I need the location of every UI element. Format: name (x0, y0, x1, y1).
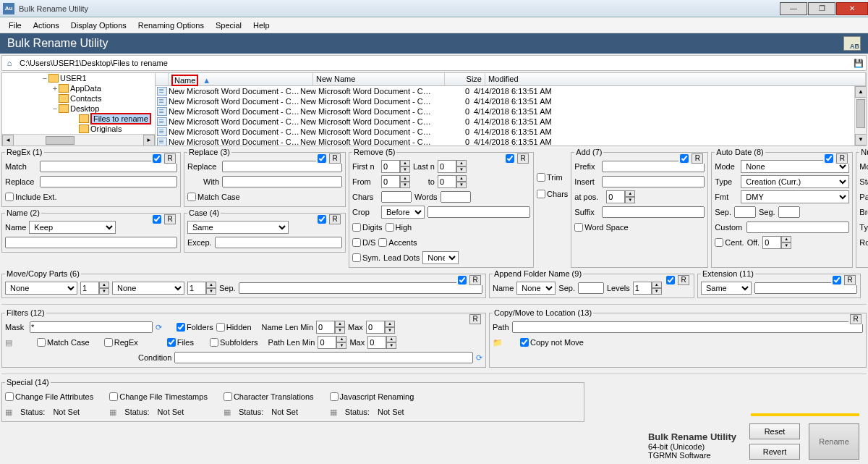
name-reset-button[interactable]: R (164, 214, 176, 224)
tree-label[interactable]: Originals (90, 125, 122, 133)
autodate-reset-button[interactable]: R (836, 153, 848, 164)
ext-reset-button[interactable]: R (844, 275, 856, 285)
col-header-name[interactable]: Name▲ (169, 73, 313, 85)
remove-reset-button[interactable]: R (517, 153, 529, 164)
spin-down[interactable]: ▼ (625, 197, 635, 203)
filters-matchcase-checkbox[interactable] (37, 338, 46, 347)
spin-down[interactable]: ▼ (400, 166, 410, 173)
replace-with-input[interactable] (222, 176, 342, 187)
filters-reset-button[interactable]: R (469, 314, 481, 324)
tree-label[interactable]: Contacts (70, 94, 101, 103)
spin-down[interactable]: ▼ (335, 327, 345, 334)
add-suffix-input[interactable] (602, 206, 705, 218)
remove-from-input[interactable] (381, 175, 400, 188)
spin-up[interactable]: ▲ (400, 160, 410, 166)
minimize-button[interactable]: — (780, 2, 807, 15)
remove-high-checkbox[interactable] (386, 223, 394, 232)
append-sep-input[interactable] (578, 282, 604, 294)
autodate-fmt-select[interactable]: DMY (741, 190, 849, 203)
spin-up[interactable]: ▲ (336, 336, 346, 342)
filters-namelenmin-input[interactable] (316, 321, 335, 334)
remove-ds-checkbox[interactable] (352, 238, 361, 247)
replace-reset-button[interactable]: R (329, 153, 341, 164)
col-header-size[interactable]: Size (445, 73, 485, 85)
special-cft-checkbox[interactable] (109, 392, 118, 401)
movecopy-sep-input[interactable] (239, 282, 482, 294)
filters-folders-checkbox[interactable] (176, 323, 185, 332)
autodate-seg-input[interactable] (778, 206, 800, 218)
autodate-cent-checkbox[interactable] (715, 238, 723, 247)
autodate-off-input[interactable] (762, 236, 781, 249)
tree-scrollbar[interactable]: ◄ ► (2, 134, 155, 145)
spin-down[interactable]: ▼ (386, 342, 396, 349)
special-jr-checkbox[interactable] (330, 392, 339, 401)
refresh-icon[interactable]: ⟳ (156, 323, 162, 332)
append-levels-input[interactable] (633, 282, 652, 295)
close-button[interactable]: ✕ (836, 2, 868, 15)
spin-up[interactable]: ▲ (456, 175, 467, 182)
spin-up[interactable]: ▲ (781, 236, 791, 242)
tree-item[interactable]: −Desktop (2, 104, 155, 114)
movecopy-select2[interactable]: None (112, 282, 184, 295)
movecopy-reset-button[interactable]: R (469, 275, 481, 285)
remove-chars-input[interactable] (381, 191, 412, 203)
regex-replace-input[interactable] (40, 176, 177, 187)
movecopy-n1-input[interactable] (80, 282, 99, 295)
remove-accents-checkbox[interactable] (378, 238, 387, 247)
spin-down[interactable]: ▼ (456, 182, 467, 188)
table-row[interactable]: New Microsoft Word Document - Copy (4).d… (156, 127, 866, 137)
ext-select[interactable]: Same (701, 282, 752, 295)
tree-expander-icon[interactable]: − (51, 104, 59, 113)
filters-files-checkbox[interactable] (167, 338, 176, 347)
browse-folder-icon[interactable]: 📁 (493, 338, 503, 347)
table-row[interactable]: New Microsoft Word Document - Copy (5).d… (156, 137, 866, 145)
spin-up[interactable]: ▲ (456, 160, 467, 166)
grid-icon[interactable]: ▦ (5, 408, 12, 417)
filters-mask-input[interactable] (30, 321, 153, 333)
table-row[interactable]: New Microsoft Word Document - Copy (3).d… (156, 117, 866, 127)
replace-matchcase-checkbox[interactable] (187, 193, 196, 201)
case-enable-checkbox[interactable] (318, 215, 326, 224)
remove-lastn-input[interactable] (438, 160, 456, 173)
spin-up[interactable]: ▲ (386, 336, 396, 342)
grid-icon[interactable]: ▦ (330, 408, 337, 417)
tree-scrollbar-thumb[interactable] (46, 136, 75, 145)
spin-up[interactable]: ▲ (335, 321, 345, 327)
spin-up[interactable]: ▲ (99, 282, 109, 288)
filters-condition-input[interactable] (174, 352, 473, 363)
path-input[interactable] (17, 59, 851, 67)
spin-down[interactable]: ▼ (400, 182, 410, 188)
filters-namelenmax-input[interactable] (366, 321, 385, 334)
tree-label[interactable]: Files to rename (90, 113, 151, 125)
movecopy-enable-checkbox[interactable] (458, 276, 467, 284)
autodate-enable-checkbox[interactable] (825, 154, 833, 163)
path-home-icon[interactable]: ⌂ (2, 59, 17, 67)
tree-expander-icon[interactable]: − (41, 74, 48, 83)
name-mode-select[interactable]: Keep (29, 221, 116, 234)
spin-down[interactable]: ▼ (385, 327, 395, 334)
add-wordspace-checkbox[interactable] (574, 223, 583, 232)
menu-special[interactable]: Special (210, 20, 247, 31)
copyto-copynotmove-checkbox[interactable] (520, 338, 529, 347)
filters-regex-checkbox[interactable] (104, 338, 113, 347)
spin-down[interactable]: ▼ (336, 342, 346, 349)
tree-label[interactable]: Desktop (70, 104, 99, 113)
grid-icon[interactable]: ▦ (224, 408, 231, 417)
folder-tree[interactable]: −USER1+AppDataContacts−DesktopFiles to r… (2, 73, 156, 145)
tree-item[interactable]: +AppData (2, 83, 155, 93)
case-reset-button[interactable]: R (329, 214, 341, 224)
tree-expander-icon[interactable]: + (51, 84, 59, 93)
name-input[interactable] (5, 237, 177, 248)
maximize-button[interactable]: ❐ (808, 2, 835, 15)
remove-digits-checkbox[interactable] (352, 223, 361, 232)
reset-button[interactable]: Reset (749, 423, 800, 439)
menu-file[interactable]: File (3, 20, 27, 31)
movecopy-select1[interactable]: None (5, 282, 77, 295)
spin-up[interactable]: ▲ (652, 282, 662, 288)
special-ct-checkbox[interactable] (224, 392, 232, 401)
list-scrollbar-thumb[interactable] (856, 99, 865, 128)
filters-pathlenmax-input[interactable] (367, 336, 386, 349)
header-rename-icon[interactable] (843, 36, 861, 51)
menu-help[interactable]: Help (247, 20, 276, 31)
remove-enable-checkbox[interactable] (506, 154, 514, 163)
